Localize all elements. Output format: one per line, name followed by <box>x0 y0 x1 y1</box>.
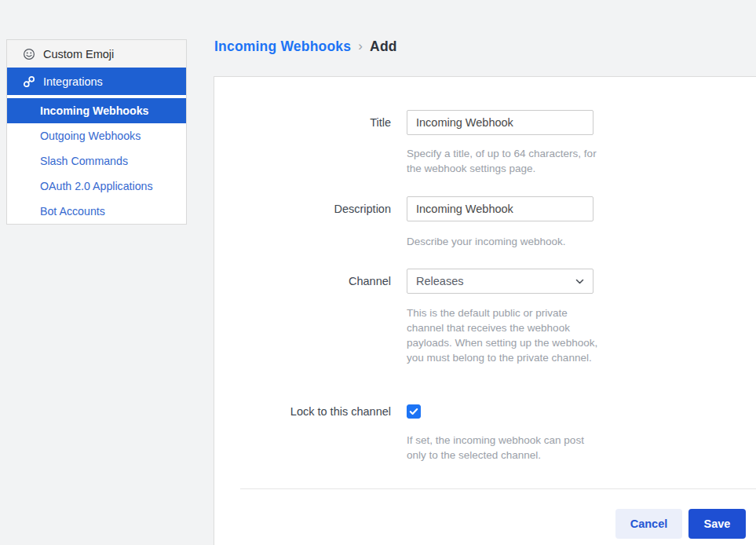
sidebar-item-outgoing-webhooks[interactable]: Outgoing Webhooks <box>7 123 186 148</box>
description-label: Description <box>214 196 391 221</box>
title-input[interactable] <box>407 110 593 135</box>
breadcrumb-separator: › <box>358 38 363 54</box>
description-input[interactable] <box>407 196 593 221</box>
sidebar-item-oauth-applications[interactable]: OAuth 2.0 Applications <box>7 174 186 199</box>
checkmark-icon <box>409 407 418 416</box>
sidebar-item-integrations[interactable]: Integrations <box>7 68 186 95</box>
title-label: Title <box>214 110 391 135</box>
emoji-icon <box>23 48 35 60</box>
sidebar-item-incoming-webhooks[interactable]: Incoming Webhooks <box>7 98 186 123</box>
cancel-button[interactable]: Cancel <box>615 509 682 539</box>
lock-helper-text: If set, the incoming webhook can post on… <box>407 433 603 463</box>
sidebar-item-label: Integrations <box>43 75 103 88</box>
channel-helper-text: This is the default public or private ch… <box>407 305 603 365</box>
title-helper-text: Specify a title, of up to 64 characters,… <box>407 146 603 176</box>
channel-label: Channel <box>214 269 391 294</box>
channel-select[interactable]: Releases <box>407 269 593 294</box>
description-helper-text: Describe your incoming webhook. <box>407 234 603 249</box>
channel-select-value: Releases <box>416 275 463 287</box>
breadcrumb: Incoming Webhooks › Add <box>214 38 397 55</box>
sidebar-item-custom-emoji[interactable]: Custom Emoji <box>7 40 186 68</box>
save-button[interactable]: Save <box>688 509 746 539</box>
footer-divider <box>240 488 756 489</box>
webhook-add-form-panel: Title Specify a title, of up to 64 chara… <box>214 76 756 545</box>
lock-channel-label: Lock to this channel <box>214 403 391 420</box>
sidebar-item-label: Custom Emoji <box>43 48 114 60</box>
page-title: Add <box>370 38 397 55</box>
chevron-down-icon <box>575 275 584 287</box>
sidebar-item-slash-commands[interactable]: Slash Commands <box>7 148 186 174</box>
sidebar-item-bot-accounts[interactable]: Bot Accounts <box>7 199 186 224</box>
link-icon <box>23 75 35 88</box>
admin-sidebar: Custom Emoji Integrations Incoming Webho… <box>6 39 187 225</box>
lock-checkbox[interactable] <box>407 404 421 419</box>
breadcrumb-parent-link[interactable]: Incoming Webhooks <box>214 38 351 55</box>
